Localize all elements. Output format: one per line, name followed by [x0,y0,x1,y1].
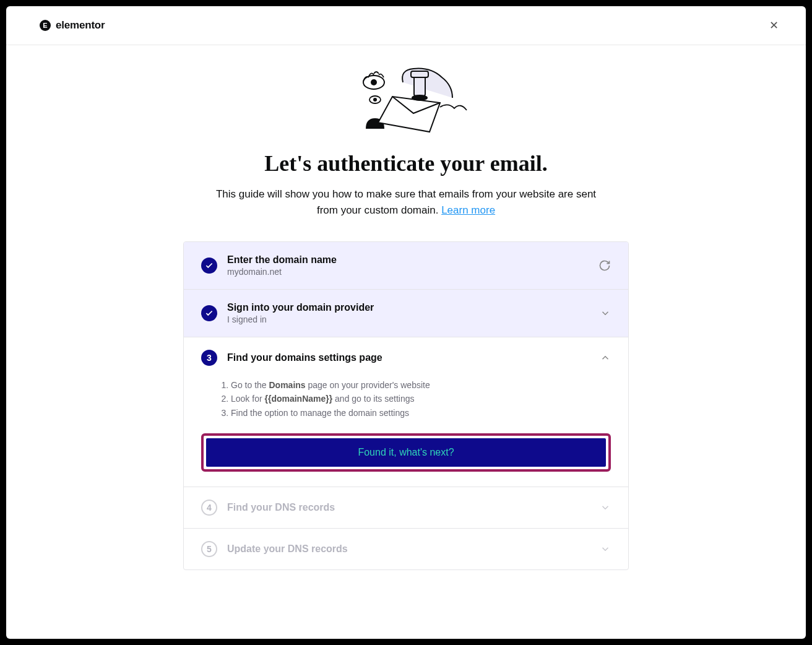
step-info: Update your DNS records [227,543,590,555]
instruction-item: Find the option to manage the domain set… [231,406,611,420]
instruction-item: Go to the Domains page on your provider'… [231,378,611,392]
step-subtitle: mydomain.net [227,267,589,277]
step-info: Sign into your domain provider I signed … [227,302,590,324]
svg-rect-5 [411,71,428,77]
brand-icon-letter: E [43,22,47,29]
step-header[interactable]: Enter the domain name mydomain.net [184,242,628,289]
modal-header: E elementor ✕ [6,6,806,45]
step-badge-number: 5 [201,541,217,557]
step-badge-check [201,258,217,274]
close-icon: ✕ [769,19,779,32]
step-badge-number: 4 [201,500,217,516]
step-header[interactable]: 4 Find your DNS records [184,487,628,528]
step-subtitle: I signed in [227,314,590,324]
hero-illustration [344,64,468,138]
svg-rect-4 [414,76,425,96]
step-find-dns: 4 Find your DNS records [184,487,628,529]
step-find-settings: 3 Find your domains settings page Go to … [184,337,628,487]
learn-more-link[interactable]: Learn more [441,204,495,216]
step-info: Find your DNS records [227,502,590,513]
svg-point-1 [371,79,377,85]
chevron-up-icon [600,352,611,363]
close-button[interactable]: ✕ [767,17,781,33]
svg-point-3 [373,98,377,102]
check-icon [205,309,214,318]
refresh-icon[interactable] [598,259,611,272]
step-update-dns: 5 Update your DNS records [184,529,628,569]
brand-icon: E [40,20,51,31]
page-title: Let's authenticate your email. [264,150,547,176]
check-icon [205,261,214,270]
auth-email-modal: E elementor ✕ [6,6,806,639]
step-header[interactable]: Sign into your domain provider I signed … [184,290,628,337]
chevron-down-icon [600,502,611,513]
step-enter-domain: Enter the domain name mydomain.net [184,242,628,290]
chevron-down-icon [600,543,611,555]
step-header[interactable]: 3 Find your domains settings page [184,337,628,378]
step-sign-in-provider: Sign into your domain provider I signed … [184,290,628,337]
step-info: Enter the domain name mydomain.net [227,254,589,277]
steps-container: Enter the domain name mydomain.net Sign … [183,241,629,570]
step-title: Sign into your domain provider [227,302,590,313]
step-badge-number: 3 [201,350,217,366]
chevron-down-icon [600,308,611,319]
brand-name: elementor [56,19,105,32]
svg-point-6 [412,95,428,101]
page-subtitle: This guide will show you how to make sur… [208,186,604,218]
subtitle-text: This guide will show you how to make sur… [216,188,596,216]
instruction-list: Go to the Domains page on your provider'… [201,378,611,420]
instruction-item: Look for {{domainName}} and go to its se… [231,392,611,405]
brand: E elementor [40,19,105,32]
step-header[interactable]: 5 Update your DNS records [184,529,628,569]
step-content: Go to the Domains page on your provider'… [184,378,628,487]
step-title: Find your DNS records [227,502,590,513]
step-title: Update your DNS records [227,543,590,555]
step-title: Find your domains settings page [227,352,590,363]
modal-body: Let's authenticate your email. This guid… [6,45,806,595]
step-badge-check [201,305,217,321]
step-title: Enter the domain name [227,254,589,266]
step-info: Find your domains settings page [227,352,590,363]
cta-highlight: Found it, what's next? [201,433,611,472]
found-it-next-button[interactable]: Found it, what's next? [206,438,606,467]
